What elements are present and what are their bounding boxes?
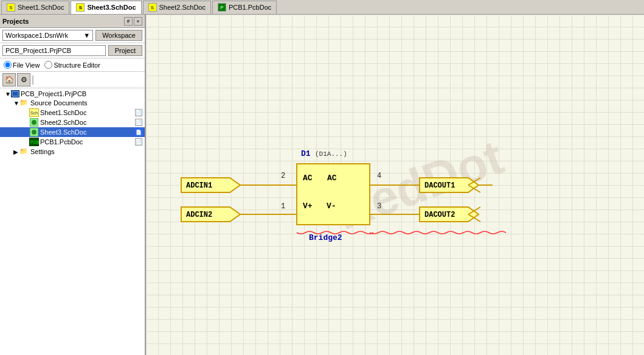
projects-panel: Projects # × Workspace1.DsnWrk ▼ Workspa… [0,15,146,355]
panel-header: Projects # × [0,15,145,28]
workspace-dropdown-arrow: ▼ [83,32,90,39]
sheet1-file-indicator: 📄 [135,109,142,116]
panel-toolbar: 🏠 ⚙ | [0,72,145,88]
ic-pin-vplus: V+ [303,202,313,211]
workspace-button[interactable]: Workspace [95,30,142,41]
sheet3-icon [29,128,39,136]
tree-root-project[interactable]: ▼ PCB_Project1.PrjPCB [0,90,145,98]
tab-sheet1-label: Sheet1.SchDoc [18,4,64,11]
net4: 4 [377,172,381,180]
pcb1-icon: PCB [29,138,39,146]
tab-bar: S Sheet1.SchDoc S Sheet3.SchDoc S Sheet2… [0,0,644,15]
sheet2-file-indicator: 📄 [135,119,142,126]
tree-sheet3[interactable]: Sheet3.SchDoc 📄 [0,127,145,137]
tab-sheet3[interactable]: S Sheet3.SchDoc [71,1,141,14]
tree-settings-label: Settings [30,148,55,155]
tab-sheet2-label: Sheet2.SchDoc [159,4,206,11]
svg-point-3 [32,120,36,125]
tab-sheet1-icon: S [7,3,15,12]
tab-pcb1-label: PCB1.PcbDoc [229,4,271,11]
tree-sheet3-label: Sheet3.SchDoc [40,128,86,136]
tab-pcb1-icon: P [218,3,226,12]
file-view-option[interactable]: File View [4,61,40,69]
tree-sheet2[interactable]: Sheet2.SchDoc 📄 [0,118,145,127]
project-button[interactable]: Project [108,45,142,56]
squiggly-right [370,231,506,234]
tab-sheet2[interactable]: S Sheet2.SchDoc [143,1,211,14]
workspace-file-label: Workspace1.DsnWrk [5,32,68,39]
tab-sheet3-icon: S [76,3,85,12]
component-value: (D1A...) [315,150,347,158]
tree-project-label: PCB_Project1.PrjPCB [21,90,86,97]
port-dacout2-label: DACOUT2 [424,211,455,219]
schematic-svg: D1 (D1A...) AC AC V+ V- Bridge2 2 [146,15,644,355]
pin-button[interactable]: # [124,17,133,26]
tab-pcb1[interactable]: P PCB1.PcbDoc [212,1,277,14]
net3: 3 [377,202,381,211]
tab-sheet1[interactable]: S Sheet1.SchDoc [1,1,69,14]
tab-sheet2-icon: S [148,3,157,12]
net2: 2 [281,172,285,180]
component-name: Bridge2 [309,233,342,242]
panel-title: Projects [2,18,29,25]
tree-sheet1-label: Sheet1.SchDoc [40,109,86,116]
sheet3-file-indicator: 📄 [135,128,142,136]
svg-point-5 [32,130,36,135]
component-ref: D1 [301,149,311,158]
toolbar-divider: | [32,74,34,85]
tree-source-label: Source Documents [30,99,88,107]
squiggly-left [297,231,373,234]
view-options: File View Structure Editor [0,58,145,72]
structure-editor-option[interactable]: Structure Editor [44,61,100,69]
panel-controls: # × [124,17,142,26]
project-dropdown[interactable]: PCB_Project1.PrjPCB [2,45,106,56]
tree-source-docs[interactable]: ▼ 📁 Source Documents [0,98,145,108]
svg-rect-1 [13,92,18,96]
tree-pcb1-label: PCB1.PcbDoc [40,138,83,146]
port-adcin2-label: ADCIN2 [186,211,212,219]
tree-settings[interactable]: ▶ 📁 Settings [0,147,145,156]
port-adcin1-label: ADCIN1 [186,181,212,190]
port-dacout1-label: DACOUT1 [424,181,455,190]
project-tree: ▼ PCB_Project1.PrjPCB ▼ 📁 Source Documen… [0,88,145,355]
ic-pin-ac2: AC [327,174,337,183]
tree-sheet2-label: Sheet2.SchDoc [40,119,86,126]
ic-pin-ac1: AC [303,174,313,183]
ic-pin-vminus: V- [327,202,336,211]
sheet1-icon: Sch [29,108,39,117]
settings-button[interactable]: ⚙ [17,73,30,86]
project-file-label: PCB_Project1.PrjPCB [5,47,71,54]
workspace-row: Workspace1.DsnWrk ▼ Workspace [0,28,145,43]
pcb1-file-indicator: 📄 [135,138,142,146]
tab-sheet3-label: Sheet3.SchDoc [87,4,136,11]
tree-sheet1[interactable]: Sch Sheet1.SchDoc 📄 [0,108,145,118]
tree-toggle-source[interactable]: ▼ [13,100,19,107]
workspace-dropdown[interactable]: Workspace1.DsnWrk ▼ [2,30,93,41]
tree-toggle-project[interactable]: ▼ [5,91,11,97]
canvas-area[interactable]: RedDot D1 (D1A...) AC AC V+ V- Bridge2 [146,15,644,355]
folder-icon: 📁 [19,99,29,107]
close-button[interactable]: × [134,17,142,26]
project-row: PCB_Project1.PrjPCB Project [0,43,145,58]
home-button[interactable]: 🏠 [2,73,16,86]
tree-pcb1[interactable]: PCB PCB1.PcbDoc 📄 [0,137,145,147]
net1: 1 [281,202,285,211]
ic-block [297,164,370,225]
sheet2-icon [29,118,39,127]
settings-folder-icon: 📁 [19,147,29,156]
tree-toggle-settings[interactable]: ▶ [13,149,19,155]
project-icon [11,90,19,97]
